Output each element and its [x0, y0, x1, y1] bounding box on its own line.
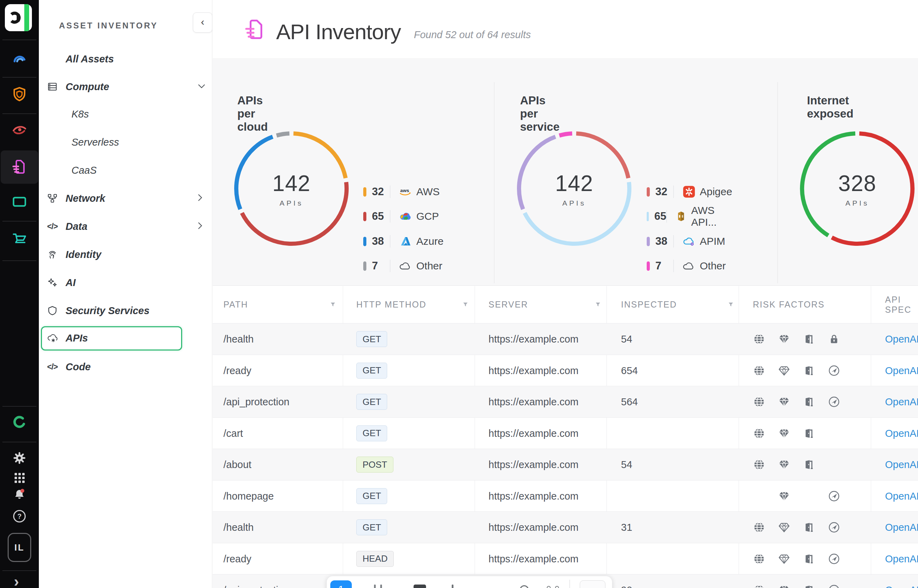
- sidebar-item-serverless[interactable]: Serverless: [39, 131, 212, 153]
- cell-inspected: 90: [621, 585, 632, 588]
- settings-gear-icon[interactable]: [12, 451, 27, 465]
- app-rail: ? IL ›: [0, 0, 39, 588]
- sidebar-item-label: Security Services: [66, 305, 149, 317]
- page-1-button[interactable]: 1: [330, 580, 352, 588]
- cell-server: https://example.com: [489, 428, 579, 439]
- cell-server: https://example.com: [489, 334, 579, 345]
- legend-item-aws-api-: 65AWS API...: [647, 207, 725, 226]
- legend-label: Apigee: [700, 186, 732, 198]
- table-row-2[interactable]: /readyGEThttps://example.com654OpenAPI: [213, 355, 918, 386]
- method-label: GET: [363, 491, 381, 501]
- sidebar-item-all-assets[interactable]: All Assets: [39, 48, 212, 70]
- donut-total-label: APIs: [246, 199, 337, 207]
- legend-item-apim: 38APIM: [647, 232, 725, 250]
- risk-globe-icon: [753, 428, 765, 439]
- api-spec-link[interactable]: OpenAPI: [885, 491, 918, 502]
- filter-funnel-icon[interactable]: [462, 301, 469, 309]
- svg-text:?: ?: [17, 512, 21, 520]
- rail-terminal-icon[interactable]: [12, 194, 27, 210]
- sidebar-item-ai[interactable]: AI: [39, 271, 212, 294]
- api-spec-link[interactable]: OpenAPI: [885, 585, 918, 588]
- table-row-3[interactable]: /api_protectionGEThttps://example.com564…: [213, 386, 918, 417]
- table-row-5[interactable]: /aboutPOSThttps://example.com54OpenAPI: [213, 449, 918, 480]
- api-spec-link[interactable]: OpenAPI: [885, 334, 918, 345]
- panel-divider: [777, 82, 778, 283]
- table-row-8[interactable]: /readyHEADhttps://example.comOpenAPI: [213, 543, 918, 575]
- column-header-inspected: INSPECTED: [621, 286, 677, 323]
- apps-grid-icon[interactable]: [12, 470, 27, 485]
- pagination-icon[interactable]: [520, 585, 529, 588]
- legend-label: AWS: [416, 186, 440, 198]
- api-spec-link[interactable]: OpenAPI: [885, 459, 918, 470]
- column-label: API SPEC: [885, 295, 918, 315]
- legend-item-other: 7Other: [363, 257, 442, 275]
- rail-eye-icon[interactable]: [12, 122, 27, 137]
- risk-gemo-icon: [778, 365, 790, 376]
- column-label: SERVER: [489, 300, 528, 310]
- api-inventory-icon: [244, 18, 266, 42]
- risk-door-icon: [803, 584, 815, 588]
- sidebar-title: ASSET INVENTORY: [59, 21, 158, 31]
- rail-cart-icon[interactable]: [12, 231, 27, 246]
- sidebar-item-caas[interactable]: CaaS: [39, 159, 212, 181]
- pagination-bar: 1: [327, 576, 612, 588]
- table-row-7[interactable]: /healthGEThttps://example.com31OpenAPI: [213, 511, 918, 543]
- api-spec-link[interactable]: OpenAPI: [885, 365, 918, 376]
- legend-item-gcp: 65GCP: [363, 207, 439, 226]
- sidebar-item-data[interactable]: </>Data: [39, 215, 212, 237]
- rail-shield-icon[interactable]: [12, 87, 27, 102]
- rail-radar-icon[interactable]: [12, 51, 27, 66]
- legend-color-pill: [363, 262, 366, 271]
- sidebar-item-identity[interactable]: Identity: [39, 243, 212, 266]
- risk-gem-icon: [778, 490, 790, 502]
- cell-server: https://example.com: [489, 459, 579, 470]
- notifications-bell-icon[interactable]: [12, 487, 27, 502]
- app-logo[interactable]: [5, 4, 32, 31]
- aws-icon: aws: [399, 185, 412, 198]
- filter-funnel-icon[interactable]: [595, 301, 601, 309]
- rail-apis-selected-tile[interactable]: [1, 150, 38, 184]
- api-spec-link[interactable]: OpenAPI: [885, 522, 918, 533]
- api-spec-link[interactable]: OpenAPI: [885, 553, 918, 565]
- pagination-glyph: [452, 585, 453, 588]
- rail-divider: [2, 442, 36, 443]
- legend-divider: [674, 235, 674, 247]
- risk-gemo-icon: [778, 522, 790, 533]
- table-row-4[interactable]: /cartGEThttps://example.comOpenAPI: [213, 417, 918, 449]
- sidebar-item-network[interactable]: Network: [39, 187, 212, 209]
- api-spec-link[interactable]: OpenAPI: [885, 396, 918, 408]
- rail-prisma-ring-icon[interactable]: [12, 414, 27, 430]
- table-row-1[interactable]: /healthGEThttps://example.com54OpenAPI: [213, 323, 918, 355]
- donut-center: 142APIs: [529, 171, 619, 207]
- sidebar-item-label: Compute: [66, 81, 109, 92]
- sidebar-item-security-services[interactable]: Security Services: [39, 300, 212, 322]
- legend-label: GCP: [416, 210, 439, 222]
- rail-divider: [2, 260, 36, 261]
- method-label: GET: [363, 397, 381, 407]
- expand-rail-chevron-icon[interactable]: ›: [14, 573, 19, 588]
- column-label: HTTP METHOD: [356, 300, 426, 310]
- sidebar-item-code[interactable]: </>Code: [39, 356, 212, 378]
- shield-icon: [47, 305, 58, 316]
- pagination-glyph: [374, 585, 376, 588]
- table-row-6[interactable]: /homepageGEThttps://example.comOpenAPI: [213, 480, 918, 512]
- api-spec-link[interactable]: OpenAPI: [885, 428, 918, 439]
- filter-funnel-icon[interactable]: [727, 301, 734, 309]
- risk-globe-icon: [753, 396, 765, 408]
- risk-lock-icon: [828, 333, 840, 345]
- donut-total-label: APIs: [529, 199, 619, 207]
- filter-funnel-icon[interactable]: [330, 301, 336, 309]
- pagination-table-icon[interactable]: [414, 585, 426, 588]
- legend-value: 32: [372, 186, 390, 198]
- risk-gem-icon: [778, 396, 790, 408]
- legend-value: 7: [372, 260, 390, 272]
- pagination-pagesize-button[interactable]: [580, 580, 606, 588]
- legend-label: Other: [700, 260, 726, 272]
- results-count: Found 52 out of 64 results: [414, 29, 531, 40]
- help-icon[interactable]: ?: [12, 509, 27, 524]
- sidebar-item-compute[interactable]: Compute: [39, 76, 212, 98]
- sidebar-item-k8s[interactable]: K8s: [39, 103, 212, 125]
- sidebar-item-apis[interactable]: APIs: [39, 327, 212, 349]
- collapse-sidebar-button[interactable]: ‹: [193, 13, 212, 32]
- avatar[interactable]: IL: [8, 533, 31, 562]
